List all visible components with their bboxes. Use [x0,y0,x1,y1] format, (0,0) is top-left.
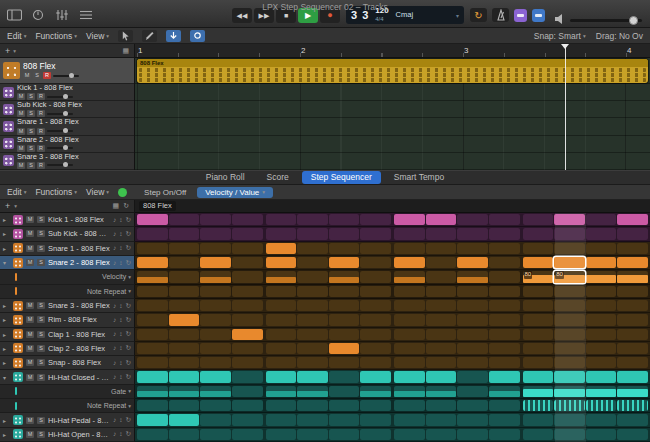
step-cell[interactable] [426,414,457,425]
preview-note-icon[interactable]: ♪ [113,244,116,252]
tracks-area[interactable]: 808 Flex [135,58,650,170]
step-cell[interactable] [426,243,457,254]
step-cell[interactable] [489,343,520,354]
step-cell[interactable] [586,329,617,340]
step-cell[interactable] [360,414,391,425]
step-cell[interactable] [169,400,200,411]
track-sort-icon[interactable]: ▦ [122,47,129,55]
value-bar[interactable] [360,391,391,397]
value-bar[interactable] [394,391,425,397]
preview-note-icon[interactable]: ♪ [113,416,116,424]
value-bar[interactable] [554,389,585,397]
step-cell[interactable] [426,386,457,397]
step-cell[interactable] [360,386,391,397]
step-cell[interactable] [297,414,328,425]
row-solo-button[interactable]: S [37,216,45,223]
pattern-record-button[interactable] [118,188,127,197]
solo-button[interactable]: S [27,162,35,169]
step-cell[interactable] [586,386,617,397]
value-bar[interactable] [200,391,231,397]
subrow-label[interactable]: Note Repeat▾ [87,402,131,409]
row-solo-button[interactable]: S [37,331,45,338]
step-cell[interactable] [266,257,297,268]
row-solo-button[interactable]: S [37,245,45,252]
step-cell[interactable] [489,386,520,397]
preview-note-icon[interactable]: ♪ [113,316,116,324]
preview-note-icon[interactable]: ♪ [113,373,116,381]
step-cell[interactable] [360,357,391,368]
preview-note-icon[interactable]: ♪ [113,330,116,338]
step-cell[interactable] [489,257,520,268]
step-cell[interactable] [200,300,231,311]
record-enable-button[interactable]: R [37,128,45,135]
row-header[interactable]: ▸MSHi-Hat Open - 808 Flex♪↕↻ [0,428,135,442]
track-lane[interactable] [135,101,650,118]
row-rotate-icon[interactable]: ↻ [126,316,131,324]
solo-button[interactable]: S [33,72,41,79]
step-cell[interactable] [554,243,585,254]
step-cell[interactable] [297,343,328,354]
step-cell[interactable] [200,257,231,268]
step-cell[interactable] [137,228,168,239]
step-cell[interactable] [329,386,360,397]
step-cell[interactable] [523,286,554,297]
value-bar[interactable] [523,389,554,397]
step-cell[interactable] [200,286,231,297]
row-header[interactable]: ▸MSKick 1 - 808 Flex♪↕↻ [0,213,135,227]
step-cell[interactable] [169,414,200,425]
step-cell[interactable] [457,243,488,254]
step-cell[interactable] [523,357,554,368]
step-cell[interactable] [137,371,168,382]
step-cell[interactable] [489,271,520,282]
step-cell[interactable] [200,386,231,397]
step-cell[interactable] [554,400,585,411]
step-cell[interactable] [137,386,168,397]
preview-note-icon[interactable]: ♪ [113,430,116,438]
step-cell[interactable] [554,343,585,354]
step-cell[interactable] [232,286,263,297]
value-bar[interactable] [137,391,168,397]
track-header[interactable]: 808 FlexMSR [0,58,134,84]
step-cell[interactable] [426,300,457,311]
step-cell[interactable] [554,329,585,340]
step-cell[interactable] [586,300,617,311]
row-stepper-icon[interactable]: ↕ [119,344,122,352]
disclosure-icon[interactable]: ▸ [3,230,10,237]
step-cell[interactable] [586,400,617,411]
value-bar[interactable] [169,391,200,397]
step-cell[interactable] [266,300,297,311]
row-header[interactable]: Gate▾ [0,385,135,399]
step-cell[interactable]: 80 [554,271,585,282]
step-cell[interactable] [586,286,617,297]
preview-note-icon[interactable]: ♪ [113,302,116,310]
step-cell[interactable] [232,400,263,411]
lcd-time-signature[interactable]: 4/4 [375,16,388,23]
tab-piano-roll[interactable]: Piano Roll [197,171,254,183]
step-cell[interactable] [297,429,328,440]
row-mute-button[interactable]: M [26,230,34,237]
track-volume-slider[interactable] [53,75,79,77]
row-header[interactable]: Velocity▾ [0,270,135,284]
catch-playhead-button[interactable] [166,30,181,42]
disclosure-icon[interactable]: ▸ [3,331,10,338]
mute-button[interactable]: M [17,128,25,135]
volume-slider[interactable] [570,19,642,22]
row-mute-button[interactable]: M [26,245,34,252]
step-cell[interactable] [586,214,617,225]
step-cell[interactable] [297,257,328,268]
row-solo-button[interactable]: S [37,345,45,352]
subrow-label[interactable]: Gate▾ [111,388,131,395]
step-cell[interactable] [232,343,263,354]
step-cell[interactable] [586,414,617,425]
row-mute-button[interactable]: M [26,216,34,223]
step-cell[interactable] [426,343,457,354]
tab-step-sequencer[interactable]: Step Sequencer [302,171,381,183]
mute-button[interactable]: M [17,162,25,169]
step-cell[interactable] [586,228,617,239]
step-cell[interactable] [617,243,648,254]
bar-ruler[interactable]: 1234 [135,44,650,58]
row-mute-button[interactable]: M [26,259,34,266]
step-cell[interactable] [394,314,425,325]
step-cell[interactable] [489,228,520,239]
step-cell[interactable] [200,429,231,440]
